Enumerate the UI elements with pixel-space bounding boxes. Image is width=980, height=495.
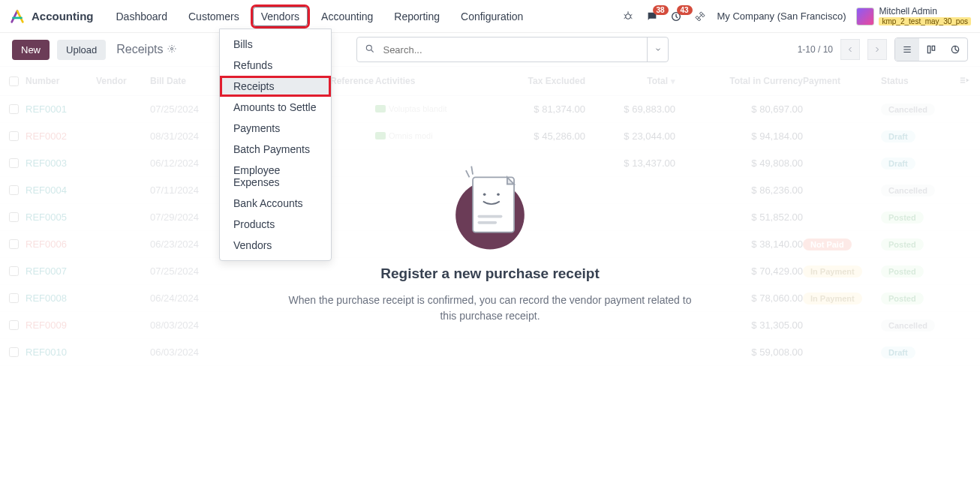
dropdown-amounts[interactable]: Amounts to Settle bbox=[220, 97, 331, 118]
svg-point-8 bbox=[367, 45, 372, 50]
dropdown-products[interactable]: Products bbox=[220, 214, 331, 235]
empty-body: When the purchase receipt is confirmed, … bbox=[280, 292, 700, 324]
app-logo-icon bbox=[9, 8, 26, 25]
dropdown-receipts[interactable]: Receipts bbox=[220, 76, 331, 97]
pager-prev[interactable] bbox=[840, 39, 860, 60]
table-wrap: Number Vendor Bill Date Reference Activi… bbox=[0, 66, 980, 366]
page-title-text: Receipts bbox=[116, 43, 163, 56]
view-pivot-icon[interactable] bbox=[943, 38, 967, 61]
svg-line-9 bbox=[371, 50, 374, 52]
nav-accounting[interactable]: Accounting bbox=[314, 8, 380, 26]
pager-text: 1-10 / 10 bbox=[798, 44, 833, 55]
empty-overlay: Register a new purchase receipt When the… bbox=[0, 66, 980, 366]
messages-icon[interactable]: 38 bbox=[645, 10, 659, 23]
top-nav: Accounting Dashboard Customers Vendors A… bbox=[0, 0, 980, 33]
svg-rect-13 bbox=[927, 46, 930, 52]
svg-rect-25 bbox=[478, 215, 503, 218]
nav-vendors[interactable]: Vendors bbox=[253, 7, 308, 26]
upload-button[interactable]: Upload bbox=[57, 40, 106, 60]
svg-point-7 bbox=[171, 47, 173, 50]
messages-badge: 38 bbox=[653, 5, 669, 15]
dropdown-batch[interactable]: Batch Payments bbox=[220, 139, 331, 160]
user-name: Mitchell Admin bbox=[879, 7, 971, 16]
search-options-caret[interactable] bbox=[647, 38, 668, 62]
vendors-dropdown: Bills Refunds Receipts Amounts to Settle… bbox=[219, 28, 332, 261]
view-kanban-icon[interactable] bbox=[919, 38, 943, 61]
pager-next[interactable] bbox=[867, 39, 887, 60]
dropdown-vendors[interactable]: Vendors bbox=[220, 235, 331, 256]
search-input[interactable] bbox=[383, 44, 647, 56]
svg-rect-14 bbox=[932, 46, 935, 50]
user-menu[interactable]: Mitchell Admin kmp_2_test_may_30_pos bbox=[856, 7, 971, 25]
svg-line-4 bbox=[624, 17, 625, 18]
activities-icon[interactable]: 43 bbox=[669, 10, 683, 23]
svg-point-0 bbox=[625, 14, 630, 19]
dropdown-bills[interactable]: Bills bbox=[220, 34, 331, 55]
dropdown-payments[interactable]: Payments bbox=[220, 118, 331, 139]
activities-badge: 43 bbox=[677, 5, 693, 15]
company-selector[interactable]: My Company (San Francisco) bbox=[717, 10, 846, 22]
svg-line-27 bbox=[466, 170, 470, 177]
svg-point-24 bbox=[497, 193, 500, 196]
search-box[interactable] bbox=[356, 37, 669, 62]
tools-icon[interactable] bbox=[693, 10, 707, 23]
svg-line-28 bbox=[471, 166, 473, 175]
user-db: kmp_2_test_may_30_pos bbox=[879, 17, 971, 26]
avatar bbox=[856, 8, 874, 26]
svg-line-2 bbox=[624, 14, 625, 15]
svg-rect-26 bbox=[478, 221, 498, 224]
svg-line-17 bbox=[955, 50, 958, 51]
gear-icon[interactable] bbox=[167, 44, 176, 56]
control-bar: New Upload Receipts 1-10 / 10 bbox=[0, 33, 980, 66]
empty-illustration-icon bbox=[449, 156, 531, 254]
nav-configuration[interactable]: Configuration bbox=[453, 8, 531, 26]
new-button[interactable]: New bbox=[12, 40, 50, 60]
app-brand[interactable]: Accounting bbox=[32, 10, 94, 22]
empty-title: Register a new purchase receipt bbox=[380, 266, 599, 282]
svg-line-5 bbox=[630, 17, 632, 18]
view-toggle bbox=[894, 38, 968, 62]
svg-line-3 bbox=[630, 14, 632, 15]
search-icon bbox=[357, 44, 383, 56]
nav-reporting[interactable]: Reporting bbox=[386, 8, 447, 26]
page-title: Receipts bbox=[116, 43, 176, 56]
dropdown-bank[interactable]: Bank Accounts bbox=[220, 193, 331, 214]
nav-dashboard[interactable]: Dashboard bbox=[109, 8, 176, 26]
nav-customers[interactable]: Customers bbox=[181, 8, 247, 26]
dropdown-expenses[interactable]: Employee Expenses bbox=[220, 160, 331, 193]
view-list-icon[interactable] bbox=[895, 38, 919, 61]
dropdown-refunds[interactable]: Refunds bbox=[220, 55, 331, 76]
debug-icon[interactable] bbox=[621, 10, 635, 23]
svg-point-23 bbox=[483, 193, 486, 196]
